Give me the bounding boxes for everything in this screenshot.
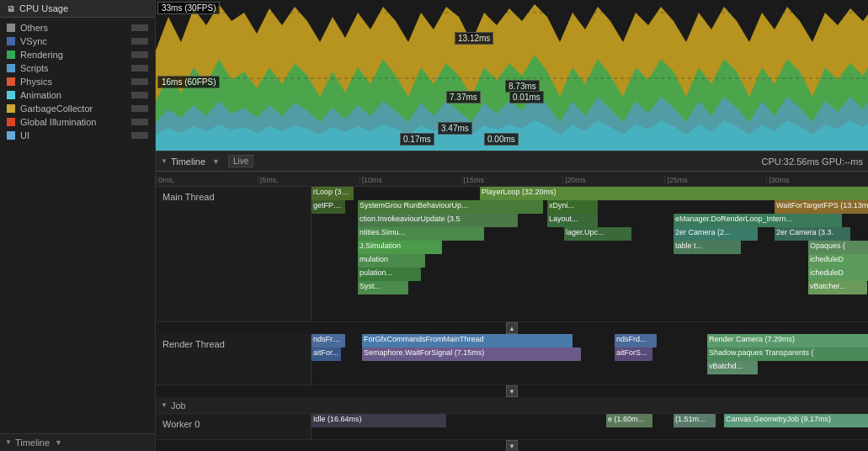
- timeline-header-bar: ▼ Timeline ▼ Live CPU:32.56ms GPU:--ms: [156, 151, 868, 172]
- main-thread-row: Main Thread rLoop (33.0...getFPS...Playe…: [156, 187, 868, 322]
- ruler-mark: |10ms: [359, 176, 461, 184]
- thread-bar[interactable]: PlayerLoop (32.20ms): [480, 187, 868, 200]
- legend-item-ui[interactable]: UI: [0, 129, 155, 142]
- ms-badge-001: 0.01ms: [509, 91, 544, 103]
- scroll-up-btn[interactable]: ▲: [506, 322, 518, 334]
- legend-item-scripts[interactable]: Scripts: [0, 61, 155, 75]
- timeline-ruler: 0ms,|5ms,|10ms|15ms|20ms|25ms|30ms: [156, 172, 868, 187]
- ruler-mark: |20ms: [562, 176, 664, 184]
- job-collapse-arrow[interactable]: ▼: [161, 401, 168, 409]
- thread-bar[interactable]: lager.Upc...: [564, 227, 631, 241]
- thread-bar[interactable]: Syst...: [358, 281, 408, 294]
- fps-30-label: 33ms (30FPS): [157, 2, 220, 14]
- render-thread-content: ndsFrom...aitFor...ForGfxCommandsFromMai…: [312, 334, 868, 385]
- timeline-filter-btn[interactable]: ▼: [212, 157, 220, 166]
- ruler-mark: |30ms: [766, 176, 868, 184]
- ruler-mark: |15ms: [461, 176, 563, 184]
- thread-bar[interactable]: 2er Camera (2...: [674, 227, 758, 241]
- ruler-marks: 0ms,|5ms,|10ms|15ms|20ms|25ms|30ms: [156, 176, 868, 184]
- thread-bar[interactable]: ndsFrom...: [312, 334, 345, 348]
- thread-bar[interactable]: icheduleD: [808, 268, 868, 281]
- worker-scroll-down-btn[interactable]: ▼: [506, 440, 518, 451]
- legend-color-global illumination: [7, 118, 15, 126]
- thread-bar[interactable]: vBatcher...: [808, 281, 867, 294]
- timeline-collapse-icon[interactable]: ▼: [161, 157, 168, 165]
- sidebar-title: CPU Usage: [19, 3, 68, 13]
- legend-color-animation: [7, 91, 15, 99]
- job-section-header: ▼ Job: [156, 397, 868, 414]
- thread-bar[interactable]: ntities.Simu...: [358, 227, 484, 241]
- thread-bar[interactable]: Semaphore.WaitForSignal (7.15ms): [362, 348, 581, 361]
- thread-bar[interactable]: ction.InvokeaviourUpdate (3.5: [358, 214, 518, 227]
- thread-bar[interactable]: rLoop (33.0...: [312, 187, 354, 200]
- legend-color-garbagecollector: [7, 104, 15, 113]
- threads-area[interactable]: Main Thread rLoop (33.0...getFPS...Playe…: [156, 187, 868, 451]
- sidebar-header: 🖥 CPU Usage: [0, 0, 155, 18]
- thread-bar[interactable]: getFPS...: [312, 200, 345, 214]
- thread-bar[interactable]: Idle (16.64ms): [312, 414, 446, 427]
- legend-item-others[interactable]: Others: [0, 21, 155, 34]
- ms-badge-017: 0.17ms: [400, 133, 434, 146]
- fps-60-label: 16ms (60FPS): [157, 76, 220, 88]
- ms-badge-737: 7.37ms: [446, 91, 481, 103]
- worker0-content: Idle (16.64ms)e (1.60m...(1.51m...Canvas…: [312, 414, 868, 439]
- legend-item-vsync[interactable]: VSync: [0, 34, 155, 48]
- legend-item-garbagecollector[interactable]: GarbageCollector: [0, 102, 155, 115]
- ms-badge-347: 3.47ms: [438, 122, 472, 135]
- legend-color-physics: [7, 77, 15, 86]
- legend-color-others: [7, 24, 15, 32]
- cpu-gpu-info: CPU:32.56ms GPU:--ms: [762, 157, 863, 167]
- thread-bar[interactable]: aitForS...: [615, 348, 652, 361]
- timeline-section-header: ▼ Timeline ▼: [0, 434, 155, 451]
- thread-bar[interactable]: ndsFrd...: [615, 334, 657, 348]
- thread-bar[interactable]: Render Camera (7.29ms): [707, 334, 868, 348]
- ruler-mark: |5ms,: [258, 176, 359, 184]
- legend-color-ui: [7, 131, 15, 140]
- thread-bar[interactable]: ForGfxCommandsFromMainThread: [362, 334, 572, 348]
- thread-bar[interactable]: SystemGrou RunBehaviourUp...: [358, 200, 543, 214]
- timeline-collapse-arrow[interactable]: ▼: [5, 438, 12, 446]
- worker-scroll-down-row: ▼: [156, 440, 868, 451]
- cpu-chart-area: 33ms (30FPS) 16ms (60FPS) 13.12ms 8.73ms…: [156, 0, 868, 151]
- render-thread-label: Render Thread: [156, 334, 312, 385]
- scroll-up-row: ▲: [156, 322, 868, 334]
- thread-bar[interactable]: mulation: [358, 254, 425, 268]
- thread-bar[interactable]: Opaques (: [808, 241, 868, 254]
- thread-bar[interactable]: Canvas.GeometryJob (9.17ms): [724, 414, 868, 427]
- ruler-mark: 0ms,: [156, 176, 258, 184]
- thread-bar[interactable]: 2er Camera (3.3.: [775, 227, 850, 241]
- timeline-filter-icon[interactable]: ▼: [55, 438, 62, 447]
- thread-bar[interactable]: Layout...: [547, 214, 598, 227]
- thread-bar[interactable]: WaitForTargetFPS (13.13ms): [775, 200, 868, 214]
- thread-bar[interactable]: table t...: [674, 241, 741, 254]
- thread-bar[interactable]: pulation...: [358, 268, 421, 281]
- job-section-label: Job: [171, 401, 186, 411]
- thread-bar[interactable]: icheduleD: [808, 254, 868, 268]
- ms-badge-000: 0.00ms: [484, 133, 519, 146]
- ruler-mark: |25ms: [664, 176, 766, 184]
- scroll-down-btn[interactable]: ▼: [506, 385, 518, 397]
- main-thread-content: rLoop (33.0...getFPS...PlayerLoop (32.20…: [312, 187, 868, 321]
- main-thread-label: Main Thread: [156, 187, 312, 321]
- timeline-section: 33ms (30FPS) 16ms (60FPS) 13.12ms 8.73ms…: [156, 0, 868, 451]
- worker0-row: Worker 0 Idle (16.64ms)e (1.60m...(1.51m…: [156, 414, 868, 440]
- sidebar: 🖥 CPU Usage Others VSync Rendering Scrip…: [0, 0, 156, 451]
- legend-item-physics[interactable]: Physics: [0, 75, 155, 88]
- legend-item-global-illumination[interactable]: Global Illumination: [0, 115, 155, 129]
- scroll-down-row: ▼: [156, 385, 868, 397]
- legend-item-rendering[interactable]: Rendering: [0, 48, 155, 61]
- timeline-label: Timeline: [171, 157, 205, 167]
- ms-badge-13: 13.12ms: [455, 32, 493, 45]
- thread-bar[interactable]: Shadow.paques Transparents (: [707, 348, 868, 361]
- thread-bar[interactable]: (1.51m...: [674, 414, 716, 427]
- thread-bar[interactable]: eManager.DoRenderLoop_Intern...: [674, 214, 842, 227]
- thread-bar[interactable]: aitFor...: [312, 348, 341, 361]
- legend-list: Others VSync Rendering Scripts Physics A…: [0, 18, 155, 146]
- thread-bar[interactable]: e (1.60m...: [606, 414, 652, 427]
- thread-bar[interactable]: vBatchd...: [707, 361, 758, 374]
- thread-bar[interactable]: J.Simulation: [358, 241, 442, 254]
- timeline-title: ▼ Timeline ▼: [161, 157, 220, 167]
- legend-item-animation[interactable]: Animation: [0, 88, 155, 102]
- thread-bar[interactable]: xDyni...: [547, 200, 598, 214]
- live-badge: Live: [228, 155, 253, 167]
